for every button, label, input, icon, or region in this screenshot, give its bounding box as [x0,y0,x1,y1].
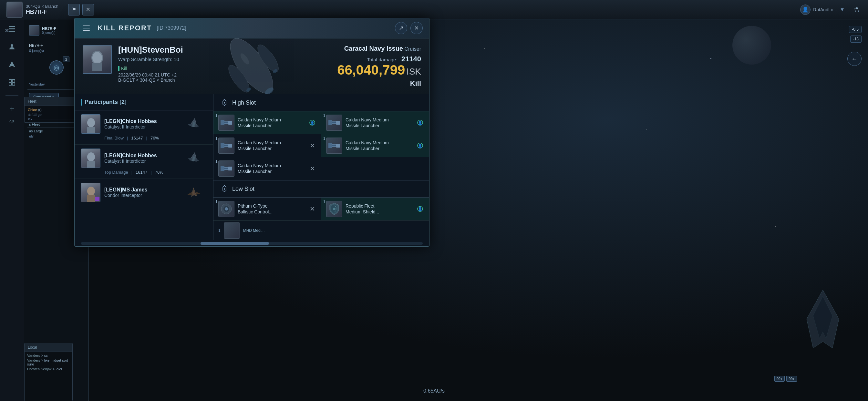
system-label: 304-QS < Branch [26,4,58,9]
ship-class: Caracal Navy Issue [344,45,403,52]
char-mini-portrait[interactable] [29,25,39,35]
isk-line: 66,040,799 ISK [331,63,421,77]
scrollbar-thumb[interactable] [200,242,269,245]
kill-report-modal[interactable]: KILL REPORT [ID:7309972] ↗ × [74,18,430,247]
ship-type: Cruiser [404,46,421,52]
low-slot-header: ✦ Low Slot [213,180,429,197]
account-dropdown[interactable]: ▼ [840,7,845,12]
equip-qty-4: 1 [323,136,326,141]
character-portrait[interactable] [6,2,23,18]
equip-item-4[interactable]: 1 Caldari Navy MediumMissile Launcher [321,134,429,157]
participant-1[interactable]: [LEGN]Chloe Hobbes Catalyst II Interdict… [74,111,213,145]
filter-icon[interactable]: ⚗ [851,4,862,15]
equip-item-5[interactable]: 1 Caldari Navy MediumMissile Launcher ✕ [213,157,321,180]
sidebar-icon-inventory[interactable] [5,76,19,89]
modal-menu-button[interactable] [81,22,93,34]
participant-1-top: [LEGN]Chloe Hobbes Catalyst II Interdict… [81,114,207,134]
svg-rect-9 [9,83,11,85]
svg-marker-37 [195,191,200,195]
stat-damage-1: 16147 [131,135,143,141]
svg-text:👤: 👤 [418,120,423,125]
modal-export-button[interactable]: ↗ [395,22,407,34]
equip-qty-3: 1 [215,136,218,141]
msg-2-sender: Dorotea Senjak [27,367,52,371]
equip-name-1: Caldari Navy Medium Missile Launcher [238,117,281,128]
rank-badge [95,197,99,201]
equip-low-2[interactable]: 1 Republic Fleet Medium Shield... [321,197,429,220]
sidebar-icon-plus[interactable]: + [5,102,19,115]
equip-icon-2 [326,115,342,131]
equip-item-3[interactable]: 1 Caldari Navy MediumMissile Launcher ✕ [213,134,321,157]
participant-3[interactable]: [LEGN]MS James Condor Interceptor [74,179,213,206]
chat-msg-1: Vanders > like midget sort sure [27,359,70,366]
account-name: RatAndLo... [813,7,837,12]
stat-label-1: Final Blow [104,135,124,141]
portrait-2-inner [82,149,100,167]
equip-low-1[interactable]: 1 Pithum C-Type Ballistic Control... ✕ [213,197,321,220]
msg-1-sender: Vanders [27,359,40,362]
equip-name-5: Caldari Navy MediumMissile Launcher [238,163,281,174]
modal-scrollbar[interactable] [74,240,429,246]
star [710,58,711,59]
sidebar-fraction: 0/5 [9,120,14,124]
equip-item-1[interactable]: 1 Caldari Navy Medium Missile Launcher [213,112,321,134]
stat-divider-1b: | [146,135,147,141]
svg-rect-13 [92,63,102,71]
icon-btn-1[interactable]: ⚑ [68,4,80,16]
participant-3-ship-icon [181,184,207,201]
bottom-right-hud: 99+ 99+ [774,376,797,382]
chat-header: Local [25,343,72,352]
high-slot-icon: ✦ [220,98,229,107]
sidebar-icon-character[interactable] [5,40,19,53]
svg-marker-36 [187,192,192,195]
distance-badge: -0.5 [849,26,862,33]
svg-point-5 [11,44,13,47]
svg-rect-10 [12,83,15,85]
modal-title: KILL REPORT [97,24,152,32]
menu-line-3 [83,30,90,31]
equip-low-qty-2: 1 [323,199,326,204]
autopilot-icon[interactable]: ◎ [50,60,64,74]
svg-text:👤: 👤 [418,143,423,148]
svg-marker-6 [9,61,15,67]
participant-3-ship: Condor Interceptor [104,193,147,198]
modal-close-button[interactable]: × [410,22,423,34]
stat-damage-2: 16147 [135,170,147,175]
equip-low-status-2: 👤 [416,205,424,213]
close-panel-button[interactable]: ✕ [3,27,11,35]
account-section: 👤 RatAndLo... ▼ [800,4,845,15]
chat-panel: Local Vanders > sc Vanders > like midget… [24,343,73,401]
equip-low-name-2: Republic Fleet Medium Shield... [345,203,379,215]
equipment-grid-low: 1 Pithum C-Type Ballistic Control... ✕ [213,197,429,220]
portrait-1-inner [82,115,100,133]
svg-marker-31 [195,158,199,162]
top-bar-info: 304-QS < Branch HB7R-F [26,4,58,16]
participant-2[interactable]: [LEGN]Chloe Hobbes Catalyst II Interdict… [74,145,213,179]
equip-low-status-1: ✕ [308,205,316,213]
menu-line-1 [83,26,90,26]
svg-text:✦: ✦ [223,101,226,104]
skill-badge-99: 99+ [774,376,785,382]
chat-messages: Vanders > sc Vanders > like midget sort … [25,352,72,373]
participant-1-name: [LEGN]Chloe Hobbes [104,119,157,124]
star [775,226,776,227]
background-moon [733,26,771,65]
modal-header-actions: ↗ × [395,22,423,34]
svg-point-70 [225,207,228,211]
icon-btn-2[interactable]: ✕ [82,4,94,16]
equip-item-2[interactable]: 1 Caldari Navy MediumMissile Launcher [321,112,429,134]
portrait-inner [7,2,22,18]
back-arrow-button[interactable]: ← [847,52,862,66]
isk-label: ISK [407,66,421,76]
partial-name: MHD Medi... [243,228,265,233]
sidebar-icon-nav[interactable] [5,58,19,71]
bottom-section: Participants [2] [74,94,429,240]
participant-2-portrait [81,149,100,168]
skill-badges: 99+ 99+ [774,376,797,382]
equip-low-icon-2 [326,201,342,217]
skill-badge-99b: 99+ [786,376,797,382]
svg-rect-60 [332,145,336,146]
account-icon[interactable]: 👤 [800,4,810,15]
more-equipment-partial: 1 MHD Medi... [213,220,429,240]
participant-2-ship: Catalyst II Interdictor [104,158,157,164]
